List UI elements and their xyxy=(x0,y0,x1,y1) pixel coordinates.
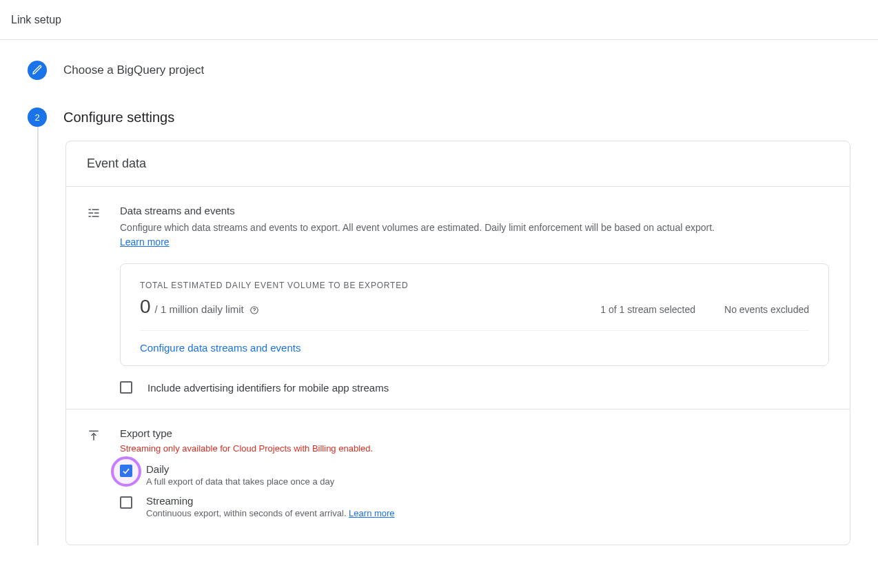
pencil-icon xyxy=(32,64,43,77)
page-title: Link setup xyxy=(11,14,61,26)
svg-rect-4 xyxy=(89,216,91,217)
volume-limit: / 1 million daily limit xyxy=(155,303,259,315)
data-streams-title: Data streams and events xyxy=(120,205,829,216)
panel-title: Event data xyxy=(87,156,829,171)
data-streams-description: Configure which data streams and events … xyxy=(120,221,740,250)
ads-identifiers-checkbox[interactable] xyxy=(120,381,132,394)
stream-selected-text: 1 of 1 stream selected xyxy=(600,304,695,315)
export-daily-label: Daily xyxy=(146,463,334,475)
step-2-badge: 2 xyxy=(28,108,47,127)
svg-rect-1 xyxy=(92,209,99,210)
help-icon[interactable] xyxy=(249,305,259,315)
configure-panel: Event data Data streams and events Confi… xyxy=(65,141,850,545)
export-daily-checkbox[interactable] xyxy=(120,465,132,477)
volume-row: 0 / 1 million daily limit 1 of 1 stream … xyxy=(140,296,809,331)
svg-rect-5 xyxy=(92,216,99,217)
export-warning: Streaming only available for Cloud Proje… xyxy=(120,443,829,454)
svg-rect-2 xyxy=(89,212,94,214)
export-streaming-learn-more-link[interactable]: Learn more xyxy=(349,508,394,518)
export-streaming-sub: Continuous export, within seconds of eve… xyxy=(146,508,395,518)
volume-stats: 1 of 1 stream selected No events exclude… xyxy=(600,304,809,315)
volume-limit-text: / 1 million daily limit xyxy=(155,303,244,315)
export-type-title: Export type xyxy=(120,427,829,439)
step-1-title: Choose a BigQuery project xyxy=(63,63,204,77)
data-streams-desc-text: Configure which data streams and events … xyxy=(120,222,715,233)
section-divider xyxy=(66,409,850,409)
data-streams-learn-more-link[interactable]: Learn more xyxy=(120,236,170,247)
data-streams-content: Data streams and events Configure which … xyxy=(103,205,829,409)
export-streaming-label: Streaming xyxy=(146,495,395,507)
step-1-badge xyxy=(28,61,47,80)
volume-action: Configure data streams and events xyxy=(140,331,809,365)
svg-rect-0 xyxy=(89,209,91,210)
ads-identifiers-row: Include advertising identifiers for mobi… xyxy=(120,381,829,394)
panel-body: Data streams and events Configure which … xyxy=(66,187,850,545)
export-streaming-sub-text: Continuous export, within seconds of eve… xyxy=(146,508,349,518)
page-header: Link setup xyxy=(0,0,878,40)
volume-label: TOTAL ESTIMATED DAILY EVENT VOLUME TO BE… xyxy=(140,281,809,290)
configure-streams-link[interactable]: Configure data streams and events xyxy=(140,342,300,354)
export-streaming-checkbox-wrap xyxy=(120,496,132,511)
panel-header: Event data xyxy=(66,141,850,187)
svg-rect-3 xyxy=(94,212,99,214)
step-1-row[interactable]: Choose a BigQuery project xyxy=(28,61,850,80)
export-daily-row: Daily A full export of data that takes p… xyxy=(120,463,829,487)
content-area: Choose a BigQuery project 2 Configure se… xyxy=(0,40,878,573)
export-type-icon xyxy=(87,427,103,527)
events-excluded-text: No events excluded xyxy=(724,304,809,315)
export-type-section: Export type Streaming only available for… xyxy=(87,427,829,527)
step-2-row: 2 Configure settings xyxy=(28,108,850,127)
data-streams-section: Data streams and events Configure which … xyxy=(87,205,829,409)
export-streaming-checkbox[interactable] xyxy=(120,496,132,509)
export-streaming-row: Streaming Continuous export, within seco… xyxy=(120,495,829,518)
ads-identifiers-label: Include advertising identifiers for mobi… xyxy=(147,382,389,394)
svg-point-7 xyxy=(254,312,254,312)
export-daily-sub: A full export of data that takes place o… xyxy=(146,476,334,487)
export-daily-checkbox-wrap xyxy=(120,465,132,478)
data-streams-icon xyxy=(87,205,103,409)
step-2-number: 2 xyxy=(34,112,39,123)
step-2-title: Configure settings xyxy=(63,110,174,125)
stepper-line xyxy=(37,123,39,545)
export-type-content: Export type Streaming only available for… xyxy=(103,427,829,527)
volume-value: 0 xyxy=(140,296,151,318)
volume-card: TOTAL ESTIMATED DAILY EVENT VOLUME TO BE… xyxy=(120,263,829,366)
